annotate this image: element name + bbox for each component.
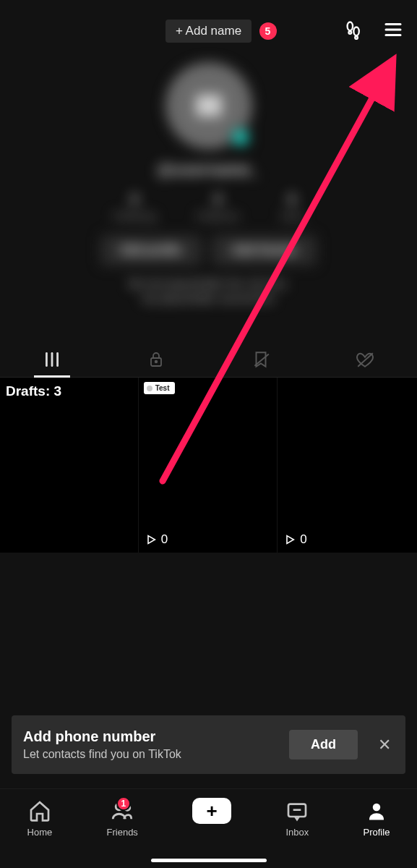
svg-point-1 xyxy=(353,27,358,36)
notification-badge[interactable]: 5 xyxy=(259,22,277,40)
avatar[interactable] xyxy=(165,62,252,149)
nav-friends[interactable]: 1 Friends xyxy=(107,798,138,838)
prompt-subtitle: Let contacts find you on TikTok xyxy=(23,748,280,761)
notification-count: 5 xyxy=(265,25,271,37)
tab-liked[interactable] xyxy=(313,341,417,377)
nav-home-label: Home xyxy=(27,827,53,838)
nav-inbox[interactable]: Inbox xyxy=(285,798,309,838)
tab-private[interactable] xyxy=(104,341,208,377)
stat-following[interactable]: 0Following xyxy=(113,192,156,222)
username: @username_ xyxy=(157,161,260,179)
drafts-label: Drafts: 3 xyxy=(6,383,61,399)
profile-area: @username_ 0Following 0Followers 0Likes … xyxy=(0,52,417,341)
nav-inbox-label: Inbox xyxy=(285,827,309,838)
grid-cell[interactable]: Test 0 xyxy=(139,378,278,553)
stats-row: 0Following 0Followers 0Likes xyxy=(113,192,304,222)
profile-buttons: Edit profile Add friends xyxy=(100,235,316,265)
svg-point-20 xyxy=(373,804,381,812)
header-right xyxy=(343,19,404,43)
svg-marker-15 xyxy=(287,536,293,544)
content-tabs xyxy=(0,341,417,378)
nav-profile-label: Profile xyxy=(364,827,390,838)
friends-badge: 1 xyxy=(116,796,131,811)
edit-profile-button[interactable]: Edit profile xyxy=(100,235,202,265)
svg-point-2 xyxy=(348,31,351,34)
svg-point-0 xyxy=(348,22,353,31)
footprints-icon[interactable] xyxy=(343,20,364,43)
views-count: 0 xyxy=(145,532,168,547)
test-chip: Test xyxy=(144,382,176,394)
home-indicator xyxy=(151,859,267,862)
grid-cell-drafts[interactable]: Drafts: 3 xyxy=(0,378,139,553)
nav-friends-label: Friends xyxy=(107,827,138,838)
nav-home[interactable]: Home xyxy=(27,798,53,838)
add-phone-card: Add phone number Let contacts find you o… xyxy=(12,715,405,774)
stat-followers[interactable]: 0Followers xyxy=(197,192,240,222)
posts-grid: Drafts: 3 Test 0 0 xyxy=(0,378,417,553)
tab-posts[interactable] xyxy=(0,341,104,377)
header: + Add name 5 xyxy=(0,10,417,52)
nav-profile[interactable]: Profile xyxy=(364,798,390,838)
svg-point-3 xyxy=(355,36,358,39)
nav-create[interactable]: + xyxy=(192,798,231,824)
grid-cell[interactable]: 0 xyxy=(278,378,417,553)
bottom-nav: Home 1 Friends + Inbox Profile xyxy=(0,788,417,868)
add-friends-button[interactable]: Add friends xyxy=(212,235,317,265)
prompt-text: Add phone number Let contacts find you o… xyxy=(23,728,280,761)
views-count: 0 xyxy=(284,532,306,547)
create-button: + xyxy=(192,798,231,824)
add-button[interactable]: Add xyxy=(289,730,358,760)
svg-marker-14 xyxy=(148,536,155,544)
hamburger-menu-icon[interactable] xyxy=(382,19,404,43)
close-icon[interactable]: ✕ xyxy=(366,736,394,754)
plus-icon: + xyxy=(207,801,218,820)
svg-point-11 xyxy=(155,360,158,362)
tab-saved[interactable] xyxy=(209,341,313,377)
prompt-title: Add phone number xyxy=(23,728,280,745)
bio: Bio text placeholder line, bio text, bio… xyxy=(129,276,288,306)
stat-likes[interactable]: 0Likes xyxy=(280,192,304,222)
add-name-label: + Add name xyxy=(176,24,241,38)
add-name-button[interactable]: + Add name xyxy=(165,20,252,43)
avatar-add-badge[interactable] xyxy=(231,127,251,148)
camera-icon xyxy=(196,95,222,116)
svg-line-13 xyxy=(358,353,373,366)
